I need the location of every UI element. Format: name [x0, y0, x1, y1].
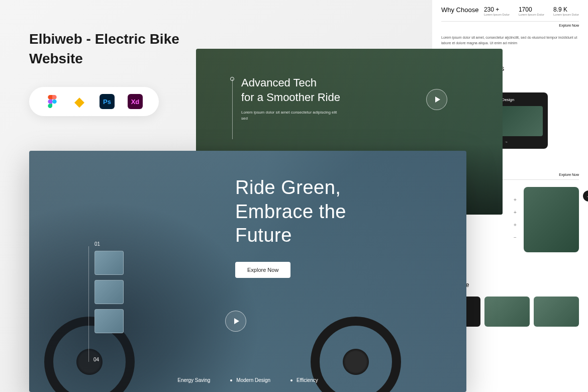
stat-item: 230 +Lorem Ipsum Dolor: [484, 6, 510, 16]
figma-icon: [45, 94, 59, 109]
explore-link[interactable]: Explore Now: [441, 24, 579, 27]
thumbnail[interactable]: [94, 251, 124, 275]
hero-content: Ride Green,Embrace theFuture Explore Now: [235, 176, 426, 278]
product-title: Elbiweb - Electric BikeWebsite: [29, 29, 179, 68]
tech-image: [534, 297, 579, 327]
stat-item: 8.9 KLorem Ipsum Dolor: [553, 6, 579, 16]
counter-start: 01: [94, 241, 124, 247]
mid-content: Advanced Techfor a Smoother Ride Lorem i…: [241, 76, 342, 122]
plus-icon[interactable]: +: [514, 222, 517, 228]
bike-silhouette: [29, 201, 260, 392]
why-choose-section: Why Choose 230 +Lorem Ipsum Dolor 1700Lo…: [441, 6, 579, 22]
expand-controls: + + + −: [514, 197, 517, 240]
preview-hero-screen: Ride Green,Embrace theFuture Explore Now…: [29, 151, 466, 392]
explore-button[interactable]: Explore Now: [235, 262, 290, 278]
xd-icon: Xd: [128, 94, 143, 109]
plus-icon[interactable]: +: [514, 197, 517, 203]
feature-item: Efficiency: [290, 377, 318, 383]
title-text: Elbiweb - Electric BikeWebsite: [29, 29, 179, 68]
feature-item: Energy Saving: [177, 377, 210, 383]
play-button[interactable]: [426, 89, 447, 110]
thumbs-line: [88, 246, 89, 362]
tech-image: [484, 297, 530, 327]
features-row: Energy Saving Modern Design Efficiency: [29, 377, 466, 383]
plus-icon[interactable]: +: [514, 210, 517, 215]
mid-subtitle: Lorem ipsum dolor sit amet consectetur a…: [241, 110, 342, 122]
product-image: + + + −: [524, 187, 579, 252]
thumbnail[interactable]: [94, 309, 124, 333]
feature-item: Modern Design: [230, 377, 270, 383]
stats-row: 230 +Lorem Ipsum Dolor 1700Lorem Ipsum D…: [484, 6, 579, 16]
stat-item: 1700Lorem Ipsum Dolor: [519, 6, 544, 16]
thumbnails-column: 01: [94, 241, 124, 338]
minus-icon[interactable]: −: [514, 235, 517, 240]
why-choose-title: Why Choose: [441, 6, 478, 16]
counter-end: 04: [93, 357, 99, 362]
thumbnail[interactable]: [94, 280, 124, 304]
arrow-right-icon: →: [505, 140, 508, 144]
sketch-icon: ◆: [72, 94, 86, 109]
photoshop-icon: Ps: [100, 94, 115, 109]
mid-title: Advanced Techfor a Smoother Ride: [241, 76, 342, 105]
arrow-right-button[interactable]: →: [583, 190, 588, 202]
play-button[interactable]: [225, 311, 246, 332]
description-text: Lorem ipsum dolor sit amet, consectetur …: [441, 35, 579, 46]
hero-title: Ride Green,Embrace theFuture: [235, 176, 426, 248]
timeline-line: [232, 79, 233, 139]
tools-badge: ◆ Ps Xd: [29, 87, 159, 116]
